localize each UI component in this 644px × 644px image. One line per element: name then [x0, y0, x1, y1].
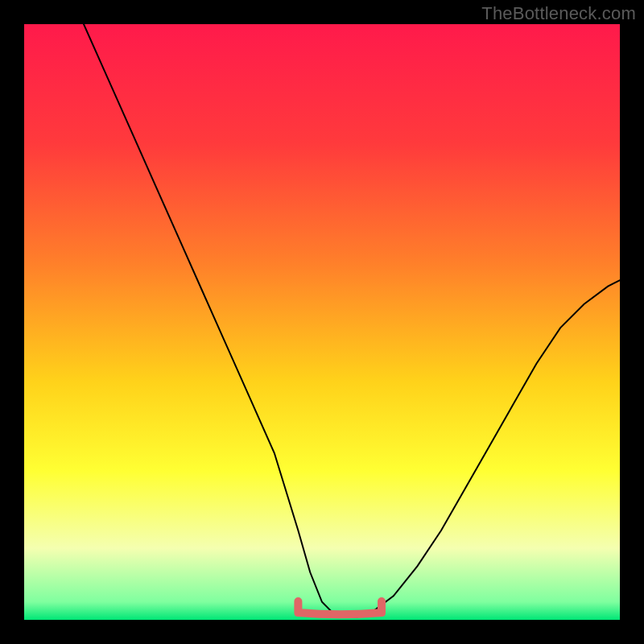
bottleneck-chart — [24, 24, 620, 620]
chart-svg — [24, 24, 620, 620]
watermark-text: TheBottleneck.com — [481, 3, 636, 24]
chart-background — [24, 24, 620, 620]
